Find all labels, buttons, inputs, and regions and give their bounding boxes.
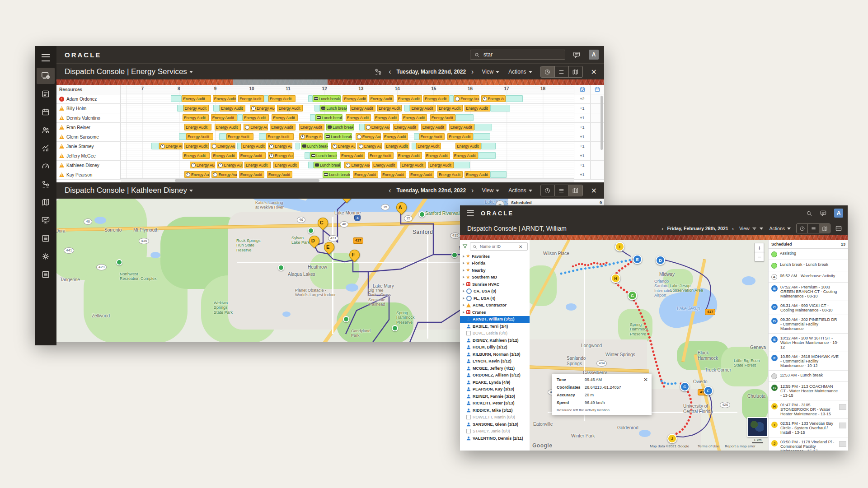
activity-block[interactable]: Energy Audit xyxy=(425,152,450,159)
sidebar-item-map[interactable] xyxy=(37,194,55,210)
tree-resource-row[interactable]: HOLM, Billy (3/12) xyxy=(460,344,530,351)
checkbox-icon[interactable] xyxy=(466,331,471,335)
activity-block[interactable]: Energy Audit xyxy=(377,105,402,112)
view-button-3[interactable]: View xyxy=(739,226,750,231)
actions-button-3[interactable]: Actions xyxy=(769,226,785,231)
activity-block[interactable]: Energy Audit xyxy=(428,162,454,168)
map3-zoom-in-button[interactable]: + xyxy=(755,243,764,252)
scheduled-activity-item[interactable]: F 10:59 AM - 2618 MOHAWK AVE - Commercia… xyxy=(769,352,848,371)
activity-block[interactable]: Energy Audit xyxy=(419,133,445,140)
prev-day-button-3[interactable]: ‹ xyxy=(662,226,663,232)
expand-caret-icon[interactable] xyxy=(463,276,464,279)
tree-resource-row[interactable]: LYNCH, Kevin (3/12) xyxy=(460,358,530,365)
tree-resource-row[interactable]: REINER, Fannie (3/10) xyxy=(460,393,530,400)
tree-resource-row[interactable]: PEAKE, Lynda (4/9) xyxy=(460,379,530,386)
page-title[interactable]: Dispatch Console | Energy Services xyxy=(65,67,187,76)
tree-group-row[interactable]: ★ Florida xyxy=(460,260,530,267)
terms-link[interactable]: Terms of Use xyxy=(698,444,719,448)
tree-resource-row[interactable]: ORDONEZ, Allison (3/12) xyxy=(460,372,530,379)
lunch-break-block[interactable]: Lunch break xyxy=(310,152,337,159)
activity-block[interactable]: Energy Audit xyxy=(423,95,449,102)
scheduled-activity-item[interactable]: A 06:52 AM - Warehouse Activity xyxy=(769,271,848,283)
tree-group-row[interactable]: FL, USA (4) xyxy=(460,295,530,302)
close-button[interactable]: ✕ xyxy=(591,68,597,76)
activity-block[interactable]: Energy Audit xyxy=(239,171,264,178)
map-view-button-2[interactable] xyxy=(569,185,582,196)
sidebar-item-routing[interactable] xyxy=(37,176,55,192)
avatar-3[interactable]: A xyxy=(834,209,843,218)
time-view-button-2[interactable] xyxy=(541,185,555,196)
activity-block[interactable]: Energy Audit xyxy=(184,124,211,130)
scheduled-activity-item[interactable]: I 02:51 PM - 133 Venetian Bay Circle - S… xyxy=(769,419,848,437)
green-status-dot[interactable] xyxy=(392,325,398,331)
scheduled-activity-item[interactable]: Assisting xyxy=(769,249,848,260)
chat-icon-3[interactable] xyxy=(820,209,827,217)
gantt-vertical-scrollbar[interactable] xyxy=(601,96,603,150)
activity-block[interactable]: Energy Audit xyxy=(430,114,455,121)
activity-block[interactable]: Energy Audit xyxy=(393,124,418,130)
tree-resource-row[interactable]: STAMEY, Janie (0/0) xyxy=(460,428,530,435)
global-search[interactable] xyxy=(470,50,565,60)
tree-resource-row[interactable]: ARNDT, William (3/11) xyxy=(460,316,530,323)
expand-caret-icon[interactable] xyxy=(463,290,464,293)
view-button[interactable]: View xyxy=(482,69,493,75)
tree-group-row[interactable]: ★ Southern MD xyxy=(460,274,530,281)
activity-block[interactable]: Energy Audit xyxy=(455,143,481,149)
tree-group-row[interactable]: CA, USA (0) xyxy=(460,288,530,295)
overflow-count-cell[interactable]: +1 xyxy=(574,151,590,160)
lunch-break-block[interactable]: Lunch break xyxy=(313,95,341,102)
scheduled-activity-item[interactable]: C 08:31 AM - 990 VICKI CT - Cooling Main… xyxy=(769,301,848,315)
activity-block[interactable]: Energy Audit xyxy=(250,105,275,112)
sidebar-item-dispatch[interactable] xyxy=(37,68,55,84)
activity-block[interactable]: Energy Audit xyxy=(299,124,324,130)
activity-marker[interactable]: C xyxy=(680,382,690,391)
scheduled-activity-item[interactable]: G 12:55 PM - 213 COACHMAN CT - Water Hea… xyxy=(769,382,848,400)
sidebar-item-presentation[interactable] xyxy=(37,212,55,228)
tree-group-row[interactable]: ACME Contractor xyxy=(460,302,530,309)
activity-block[interactable]: Energy Audit xyxy=(268,143,292,149)
activity-block[interactable]: Energy Audit xyxy=(182,95,211,102)
activity-block[interactable]: Energy Audit xyxy=(410,105,435,112)
activity-marker[interactable]: F xyxy=(704,386,713,395)
activity-block[interactable]: Energy Audit xyxy=(159,143,183,149)
activity-block[interactable]: Energy Audit xyxy=(226,133,253,140)
tooltip-close-icon[interactable]: ✕ xyxy=(643,376,648,383)
resource-name-cell[interactable]: Adam Ordonez xyxy=(56,94,121,103)
map-view-button-3[interactable] xyxy=(819,224,830,233)
green-status-dot[interactable] xyxy=(278,265,284,271)
resource-name-cell[interactable]: Kay Pearson xyxy=(56,170,121,179)
chat-icon[interactable] xyxy=(572,51,581,59)
activity-block[interactable]: Energy Audit xyxy=(215,124,241,130)
activity-block[interactable]: Energy Audit xyxy=(183,105,209,112)
sidebar-item-catalog[interactable] xyxy=(37,266,55,283)
activity-block[interactable]: Energy Audit xyxy=(268,152,293,159)
tree-group-row[interactable]: ★ Nearby xyxy=(460,267,530,274)
resource-name-cell[interactable]: Kathleen Disney xyxy=(56,161,121,170)
resource-name-cell[interactable]: Billy Holm xyxy=(56,104,121,113)
overflow-count-cell[interactable]: +1 xyxy=(574,113,590,122)
activity-block[interactable]: Energy Audit xyxy=(190,162,215,168)
activity-block[interactable]: Energy Audit xyxy=(368,152,394,159)
list-view-button-2[interactable] xyxy=(555,185,569,196)
lunch-break-block[interactable]: Lunch break xyxy=(320,105,347,112)
overflow-count-cell[interactable]: +1 xyxy=(574,132,590,141)
activity-block[interactable]: Energy Audit xyxy=(343,95,367,102)
lunch-break-block[interactable]: Lunch break xyxy=(301,143,328,149)
clear-search-icon[interactable]: ✕ xyxy=(519,244,522,249)
date-label[interactable]: Tuesday, March 22nd, 2022 xyxy=(396,69,466,75)
activity-block[interactable]: Energy Audit xyxy=(350,105,375,112)
report-error-link[interactable]: Report a map error xyxy=(725,444,755,448)
activity-block[interactable]: Energy Audit xyxy=(421,124,446,130)
activity-block[interactable]: Energy Audit xyxy=(220,105,245,112)
activity-block[interactable]: Energy Audit xyxy=(437,171,463,178)
activity-block[interactable]: Energy Audit xyxy=(184,143,209,149)
sidebar-item-settings[interactable] xyxy=(37,248,55,265)
menu-icon[interactable] xyxy=(37,50,55,66)
sidebar-item-report-list[interactable] xyxy=(37,230,55,246)
activity-block[interactable]: Energy Audit xyxy=(211,171,237,178)
tree-resource-row[interactable]: PEARSON, Kay (3/10) xyxy=(460,386,530,393)
activity-block[interactable]: Energy Audit xyxy=(356,133,381,140)
activity-marker[interactable]: E xyxy=(633,255,642,264)
activity-block[interactable]: Energy Audit xyxy=(464,105,490,112)
activity-block[interactable]: Energy Audit xyxy=(437,105,463,112)
